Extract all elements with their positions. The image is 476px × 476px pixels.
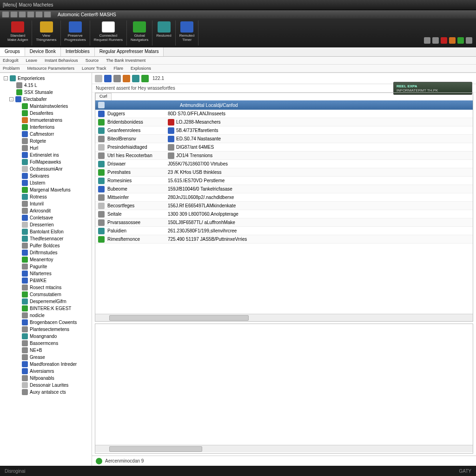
tree-item[interactable]: Pulfer Boldces (1, 242, 91, 249)
tree-item[interactable]: Desaferites (1, 110, 91, 117)
qa-button-3[interactable] (19, 11, 26, 18)
submenu1-item-3[interactable]: Source (86, 58, 99, 63)
ribbon-group-6[interactable]: RemotedTimer (176, 20, 198, 46)
tree-item[interactable]: nodicle (1, 312, 91, 319)
tray-icon-1[interactable] (432, 37, 439, 44)
app-menu-label[interactable]: [Menu] (3, 2, 17, 7)
submenu2-item-1[interactable]: Metsource Parameterters (27, 66, 75, 71)
qa-button-1[interactable] (2, 11, 9, 18)
tree-item[interactable]: Maedforeation Intreder (1, 361, 91, 368)
ribbon-group-4[interactable]: GlobalNavigators (127, 20, 152, 46)
table-row[interactable]: Rimesfternonce725.490 51197 JAS5B/Puttni… (95, 235, 473, 244)
expand-icon[interactable]: - (9, 97, 13, 101)
tray-icon-2[interactable] (441, 37, 447, 44)
grid-body[interactable]: Duggers80D S70.0/FFLANJInsseetsBridentsb… (95, 110, 473, 314)
tree-item[interactable]: NE+B (1, 347, 91, 354)
tree-item[interactable]: Dresserrien (1, 221, 91, 228)
submenu1-item-4[interactable]: The Bank Investment (106, 58, 145, 63)
qa-button-5[interactable] (35, 11, 43, 18)
tree-item[interactable]: Nifarterres (1, 270, 91, 277)
tree-item[interactable]: Basoermcens (1, 340, 91, 347)
table-row[interactable]: Pvreshates23 /K KHos USB thinkless (95, 168, 473, 177)
ribbon-group-1[interactable]: ViewThingnames (32, 20, 60, 46)
grid-h-scrollbar[interactable] (95, 314, 473, 321)
table-row[interactable]: BridentsbonidessLO.J288-Mesanchers (95, 118, 473, 126)
tree-item[interactable]: BINTERE:K EGEST (1, 305, 91, 312)
tree-item[interactable]: DesperremelGifrn (1, 298, 91, 305)
table-row[interactable]: Paluidien261.230J580F1/199,slIenvihrcree (95, 227, 473, 235)
tree-item[interactable]: Rotness (1, 193, 91, 200)
table-row[interactable]: Romesinies15.615.IES70VD Perstleme (95, 177, 473, 185)
toolbar-icon-0[interactable] (95, 75, 102, 82)
tab-1[interactable]: Device Bonk (25, 47, 61, 56)
submenu1-item-2[interactable]: Instant Behavious (45, 58, 78, 63)
tree-item[interactable]: 4.15 L (1, 82, 91, 89)
tree-item[interactable]: Plantesectemetens (1, 326, 91, 333)
tree-item[interactable]: Immueteratrens (1, 117, 91, 124)
tab-2[interactable]: Interblobies (61, 47, 95, 56)
tree-item[interactable]: Rosect mtacins (1, 284, 91, 291)
table-row[interactable]: BiteolBrensnvED.S0.74 Nastasante (95, 135, 473, 143)
tree-item[interactable]: FolMapeaweks (1, 159, 91, 165)
submenu1-item-1[interactable]: Leave (26, 58, 38, 63)
tree-item[interactable]: Maintainstwoleries (1, 103, 91, 110)
navigation-tree[interactable]: -Emporierices4.15 LSSX Stunsale-Electaba… (0, 73, 92, 466)
tree-item[interactable]: Caftmestorr (1, 131, 91, 138)
tray-icon-3[interactable] (449, 37, 456, 44)
tree-item[interactable]: Dessonair Laurites (1, 382, 91, 389)
ribbon-group-5[interactable]: Restored (152, 20, 175, 46)
table-row[interactable]: Seitale1300 309 L800T060.Anolppterage (95, 210, 473, 218)
tree-item[interactable]: Extineralet ins (1, 152, 91, 159)
ribbon-group-3[interactable]: ConnectedRequest Runners (90, 20, 127, 46)
qa-button-2[interactable] (10, 11, 18, 18)
submenu2-item-4[interactable]: Explosions (131, 66, 151, 71)
tree-item[interactable]: Brogenbacen Cowents (1, 319, 91, 326)
tree-item[interactable]: Interferrions (1, 124, 91, 131)
tree-item[interactable]: Lbstern (1, 179, 91, 186)
tree-item[interactable]: Hurl (1, 145, 91, 152)
table-row[interactable]: Duggers80D S70.0/FFLANJInsseets (95, 110, 473, 118)
ribbon-group-0[interactable]: StandardMake Adgen (4, 20, 32, 46)
table-row[interactable]: DriswaerJ055K/76J18607/00 Vtrtubes (95, 160, 473, 168)
table-row[interactable]: Bubeome159J/B10046/0 Tankelricfasase (95, 185, 473, 193)
tree-item[interactable]: Arkrosndit (1, 207, 91, 214)
tree-item[interactable]: Rotgete (1, 138, 91, 145)
grid-header-col2[interactable]: Antmundital Localdji/Canfod (180, 103, 238, 108)
table-row[interactable]: Becosrtfeges156J.Rf E665497LAMkindenkate (95, 202, 473, 210)
toolbar-icon-5[interactable] (141, 75, 149, 82)
tree-item[interactable]: Corsmsutatiern (1, 291, 91, 298)
table-row[interactable]: PresindehiaidtagedDIG87/ant 64MES (95, 143, 473, 152)
toolbar-icon-3[interactable] (123, 75, 130, 82)
ribbon-group-2[interactable]: PreserveProgressives (61, 20, 90, 46)
tree-item[interactable]: Moangnando (1, 333, 91, 340)
tree-item[interactable]: Pagurite (1, 263, 91, 270)
table-row[interactable]: Prvarsassossee150LJ8F6587TL/ aLuffronhMa… (95, 218, 473, 227)
tree-item[interactable]: SSX Stunsale (1, 89, 91, 96)
table-row[interactable]: Geanfeenrolees5B.4/737Effaretients (95, 126, 473, 135)
tray-icon-5[interactable] (466, 37, 472, 44)
tree-item[interactable]: -Electabafer (1, 96, 91, 103)
tree-item[interactable]: Thedfesennacer (1, 235, 91, 242)
tree-item[interactable]: Margenal Mavefuns (1, 186, 91, 193)
tree-item[interactable]: Intunril (1, 200, 91, 207)
submenu2-item-0[interactable]: Problarm (3, 66, 20, 71)
tree-item[interactable]: Conletsave (1, 214, 91, 221)
tray-icon-4[interactable] (457, 37, 464, 44)
qa-button-4[interactable] (27, 11, 34, 18)
tree-item[interactable]: -Emporierices (1, 75, 91, 82)
expand-icon[interactable]: - (4, 76, 8, 80)
grid-tab[interactable]: Curl (95, 93, 112, 100)
tree-item[interactable]: Meanerrtoy (1, 256, 91, 263)
tree-item[interactable]: Grease (1, 354, 91, 361)
table-row[interactable]: Mittseinfer280JnJ1L0608p2/.nachdldberxe (95, 193, 473, 202)
tree-item[interactable]: Bantolant Elsfon (1, 228, 91, 235)
tray-icon-0[interactable] (424, 37, 430, 44)
tree-item[interactable]: Sekvares (1, 172, 91, 179)
tree-item[interactable]: Driftrmstudes (1, 249, 91, 256)
tree-item[interactable]: OcdsessumiAnr (1, 165, 91, 172)
table-row[interactable]: Utrl hies RecooterbanJO1/4 Trensnions (95, 152, 473, 160)
tab-3[interactable]: Regular Apprefresser Matars (95, 47, 164, 56)
submenu2-item-2[interactable]: Lononr Track (82, 66, 106, 71)
tree-item[interactable]: P&WKE (1, 277, 91, 284)
detail-h-scrollbar[interactable] (95, 445, 473, 452)
